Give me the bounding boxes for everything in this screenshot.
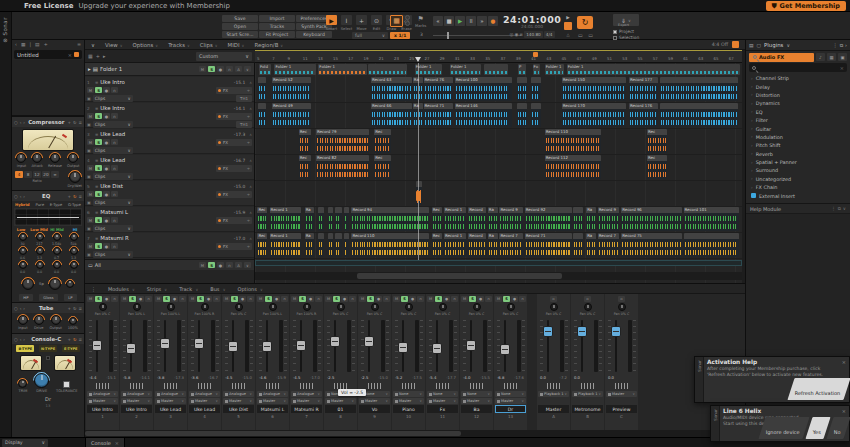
- clip-unlabeled[interactable]: [660, 103, 738, 127]
- arm-button[interactable]: ●: [103, 87, 110, 93]
- groove-icon[interactable]: [732, 41, 739, 48]
- pan-control[interactable]: Pan 0% C: [427, 302, 458, 317]
- mixer-strip-fx-11[interactable]: MS●∩Pan 0% C-5.4-17.7None∨Master∨Fx11: [426, 294, 459, 430]
- pan-control[interactable]: Pan 0% C: [538, 302, 569, 317]
- monitor-button[interactable]: ∩: [451, 296, 458, 302]
- plus-icon[interactable]: +: [67, 337, 71, 342]
- input-dropdown[interactable]: Analogue∨: [257, 391, 288, 397]
- add-track-icon[interactable]: +: [96, 53, 100, 59]
- monitor-button[interactable]: ∩: [226, 66, 233, 72]
- time-signature[interactable]: 4/4: [544, 31, 555, 38]
- eq-button-gloss[interactable]: Gloss: [39, 294, 57, 301]
- fx-slot[interactable]: FX+: [216, 113, 252, 120]
- knob-icon[interactable]: [69, 171, 81, 183]
- channel-name[interactable]: Metronome: [572, 405, 603, 413]
- monitor-button[interactable]: ∩: [485, 296, 492, 302]
- pan-knob-icon[interactable]: [235, 303, 243, 311]
- mixer-strip-uke-intro-2[interactable]: MS●∩Pan 10% L-5.8-14.1Analogue∨Master∨Uk…: [120, 294, 153, 430]
- clip-launcher-icon[interactable]: ▣: [87, 200, 91, 205]
- close-icon[interactable]: ×: [842, 408, 846, 414]
- close-icon[interactable]: ×: [68, 52, 72, 58]
- play-button[interactable]: ▶: [455, 16, 465, 26]
- monitor-button[interactable]: ∩: [111, 217, 118, 223]
- arm-button[interactable]: ●: [273, 296, 280, 302]
- plus-icon[interactable]: +: [247, 166, 250, 171]
- folder-track-header[interactable]: ▸ ▤ Folder 1 M S ● ∩ A ∨: [85, 63, 254, 76]
- mixer-menu-strips[interactable]: Strips ∨: [147, 286, 167, 292]
- browser-category-reverb[interactable]: ›Reverb: [746, 150, 850, 158]
- mute-button[interactable]: M: [257, 296, 264, 302]
- monitor-button[interactable]: ∩: [111, 296, 118, 302]
- collapse-icon[interactable]: ∧: [249, 210, 252, 215]
- cycle-icon[interactable]: ↻: [73, 306, 77, 311]
- solo-button[interactable]: S: [503, 296, 510, 302]
- pan-control[interactable]: Pan 0% C: [461, 302, 492, 317]
- close-icon[interactable]: ×: [115, 440, 119, 446]
- output-dropdown[interactable]: Master∨: [257, 398, 288, 404]
- solo-button[interactable]: S: [95, 296, 102, 302]
- ratio-button-20[interactable]: 20: [42, 171, 50, 178]
- monitor-button[interactable]: ∩: [111, 113, 118, 119]
- arm-button[interactable]: ●: [217, 262, 224, 268]
- mute-button[interactable]: M: [87, 243, 94, 249]
- volume-fader[interactable]: [223, 318, 254, 374]
- track-header-uke-lead-3[interactable]: 3≡Uke Lead-17.3∧MS●∩FX+▣Clips∨: [85, 129, 254, 154]
- fader-handle[interactable]: [466, 340, 476, 351]
- tube-knob-input[interactable]: Input: [18, 315, 28, 330]
- knob-icon[interactable]: [70, 233, 78, 241]
- clip-unlabeled[interactable]: [517, 77, 527, 101]
- browser-category-spatial-panner[interactable]: ›Spatial + Panner: [746, 158, 850, 166]
- pan-control[interactable]: Pan 100% L: [155, 302, 186, 317]
- knob-icon[interactable]: [51, 315, 61, 325]
- power-icon[interactable]: ○: [14, 120, 18, 125]
- follow-playhead-icon[interactable]: ▶: [566, 15, 569, 20]
- clip-unlabeled[interactable]: [573, 207, 583, 231]
- devices-icon[interactable]: ▢: [757, 43, 762, 48]
- fx-slot[interactable]: FX+: [216, 87, 252, 94]
- mute-button[interactable]: M: [87, 296, 94, 302]
- clip-unlabeled[interactable]: [660, 77, 738, 101]
- clip-record-71[interactable]: Record 71: [424, 103, 453, 127]
- notif-button-ignore-device[interactable]: Ignore device: [759, 417, 810, 439]
- input-dropdown[interactable]: Analogue∨: [291, 391, 322, 397]
- mute-button[interactable]: M: [87, 217, 94, 223]
- volume-fader[interactable]: [291, 318, 322, 374]
- output-dropdown[interactable]: Master∨: [461, 398, 492, 404]
- clip-record[interactable]: Record: [468, 233, 486, 257]
- browser-category-fx-chain[interactable]: ›FX Chain: [746, 183, 850, 191]
- clip-record-1[interactable]: Record 1: [270, 207, 302, 231]
- knob-icon[interactable]: [50, 153, 60, 163]
- clip-rec[interactable]: Rec: [432, 233, 442, 257]
- clip-launcher-icon[interactable]: ▣: [87, 226, 91, 231]
- eq-button-hp[interactable]: HP: [19, 294, 32, 301]
- menu-icon[interactable]: ≡: [78, 194, 82, 199]
- pan-control[interactable]: Pan 0% C: [223, 302, 254, 317]
- knob-icon[interactable]: [69, 317, 77, 325]
- monitor-button[interactable]: ∩: [179, 296, 186, 302]
- plus-icon[interactable]: +: [67, 306, 71, 311]
- pan-knob-icon[interactable]: [99, 303, 107, 311]
- input-dropdown[interactable]: Analogue∨: [121, 391, 152, 397]
- clip-record-9[interactable]: Record 9: [499, 207, 522, 231]
- file-button-open[interactable]: Open: [222, 23, 258, 30]
- ratio-button-12[interactable]: 12: [33, 171, 41, 178]
- clip-unlabeled[interactable]: [517, 103, 527, 127]
- plus-icon[interactable]: +: [247, 114, 250, 119]
- clip-record-170[interactable]: Record 170: [562, 103, 626, 127]
- arm-button[interactable]: ●: [103, 191, 110, 197]
- eq-tab-hybrid[interactable]: Hybrid: [15, 202, 30, 207]
- solo-button[interactable]: S: [208, 262, 215, 268]
- channel-name[interactable]: Uke Intro: [121, 405, 152, 413]
- mute-button[interactable]: M: [359, 296, 366, 302]
- clip-unlabeled[interactable]: [573, 233, 583, 257]
- eq-q-knob-3[interactable]: 0.7: [53, 247, 61, 260]
- eq-tab-pure[interactable]: Pure: [35, 202, 44, 207]
- scrollbar-handle[interactable]: [357, 273, 562, 279]
- solo-button[interactable]: S: [95, 243, 102, 249]
- pan-knob-icon[interactable]: [507, 303, 515, 311]
- clip-unlabeled[interactable]: [335, 207, 342, 231]
- playhead-marker-icon[interactable]: [415, 57, 421, 62]
- group-clip-folder-1[interactable]: Folder 1: [545, 64, 564, 75]
- snap-icon[interactable]: ▦: [390, 15, 403, 27]
- sp-knob-left[interactable]: [22, 278, 34, 290]
